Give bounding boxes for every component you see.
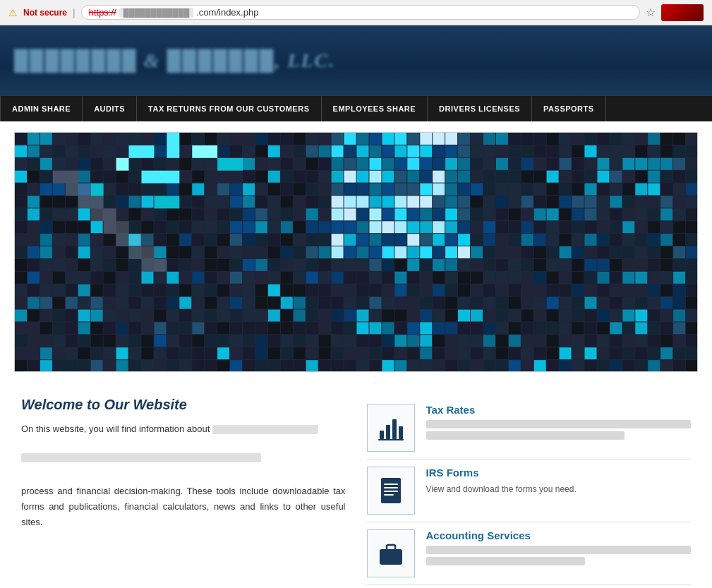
welcome-paragraph-1: On this website, you will find informati…: [21, 421, 346, 437]
blurred-content-1: [212, 425, 318, 434]
svg-rect-13: [382, 560, 385, 563]
service-irs-forms: IRS Forms View and download the forms yo…: [367, 460, 692, 522]
blurred-line: [21, 450, 346, 465]
accounting-blurred-2: [426, 557, 585, 565]
main-content: Welcome to Our Website On this website, …: [0, 383, 712, 588]
irs-forms-title[interactable]: IRS Forms: [426, 467, 692, 479]
separator: |: [73, 7, 76, 18]
svg-rect-8: [384, 491, 398, 492]
welcome-paragraph-2: process and financial decision-making. T…: [21, 484, 346, 530]
nav-passports[interactable]: PASSPORTS: [532, 96, 606, 121]
navigation-bar: ADMIN SHARE AUDITS TAX RETURNS FROM OUR …: [0, 96, 712, 121]
svg-rect-9: [384, 494, 394, 496]
browser-button[interactable]: [661, 4, 704, 21]
briefcase-icon: [377, 539, 405, 568]
svg-rect-2: [392, 419, 397, 439]
warning-icon: ⚠: [8, 7, 18, 18]
irs-forms-text: IRS Forms View and download the forms yo…: [426, 467, 692, 496]
nav-admin-share[interactable]: ADMIN SHARE: [0, 96, 83, 121]
welcome-title: Welcome to Our Website: [21, 397, 346, 413]
blurred-content-2: [21, 453, 261, 462]
url-path: .com/index.php: [196, 7, 258, 18]
tax-rates-blurred-2: [426, 431, 625, 440]
svg-rect-1: [386, 425, 390, 439]
https-text: https://: [89, 7, 116, 18]
accounting-blurred-1: [426, 546, 692, 554]
accounting-title[interactable]: Accounting Services: [426, 529, 692, 541]
content-right: Tax Rates IRS Forms View and download th…: [367, 397, 692, 585]
svg-rect-14: [397, 560, 400, 563]
irs-forms-desc: View and download the forms you need.: [426, 483, 692, 496]
site-logo: ████████ & ███████, LLC.: [14, 49, 335, 72]
nav-employees-share[interactable]: EMPLOYEES SHARE: [322, 96, 428, 121]
svg-rect-3: [399, 426, 403, 439]
document-icon: [377, 476, 405, 505]
hero-image: [14, 132, 698, 372]
svg-rect-6: [384, 484, 398, 485]
service-accounting: Accounting Services: [367, 522, 692, 585]
tax-rates-title[interactable]: Tax Rates: [426, 404, 692, 416]
domain-text: ████████████: [119, 8, 194, 18]
hero-canvas: [15, 133, 697, 371]
content-left: Welcome to Our Website On this website, …: [21, 397, 346, 585]
bookmark-icon[interactable]: ☆: [646, 6, 656, 19]
address-bar[interactable]: https:// ████████████ .com/index.php: [81, 5, 640, 20]
accounting-icon-box: [367, 529, 415, 577]
browser-chrome: ⚠ Not secure | https:// ████████████ .co…: [0, 0, 712, 25]
svg-rect-0: [380, 431, 384, 439]
nav-drivers-licenses[interactable]: DRIVERS LICENSES: [428, 96, 532, 121]
chart-icon: [377, 414, 405, 442]
svg-rect-12: [389, 553, 393, 557]
tax-rates-text: Tax Rates: [426, 404, 692, 443]
not-secure-label: Not secure: [23, 8, 67, 18]
tax-rates-blurred-1: [426, 420, 692, 428]
nav-audits[interactable]: AUDITS: [83, 96, 137, 121]
svg-rect-7: [384, 487, 398, 488]
irs-forms-icon-box: [367, 467, 415, 515]
accounting-text: Accounting Services: [426, 529, 692, 568]
svg-rect-4: [378, 439, 404, 440]
nav-tax-returns[interactable]: TAX RETURNS FROM OUR CUSTOMERS: [137, 96, 322, 121]
tax-rates-icon-box: [367, 404, 415, 452]
site-header: ████████ & ███████, LLC.: [0, 25, 712, 96]
service-tax-rates: Tax Rates: [367, 397, 692, 460]
